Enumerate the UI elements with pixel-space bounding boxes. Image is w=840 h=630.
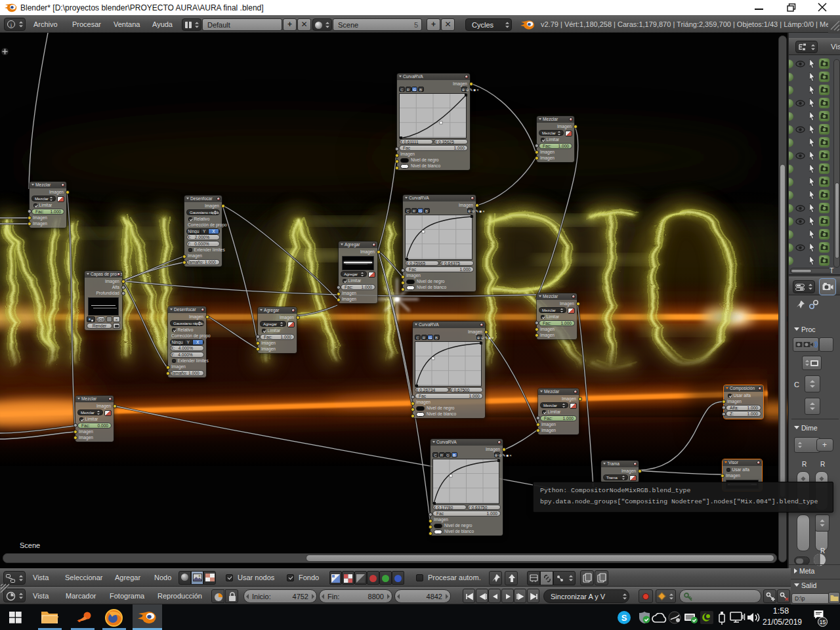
svg-text:S: S [621, 613, 627, 623]
